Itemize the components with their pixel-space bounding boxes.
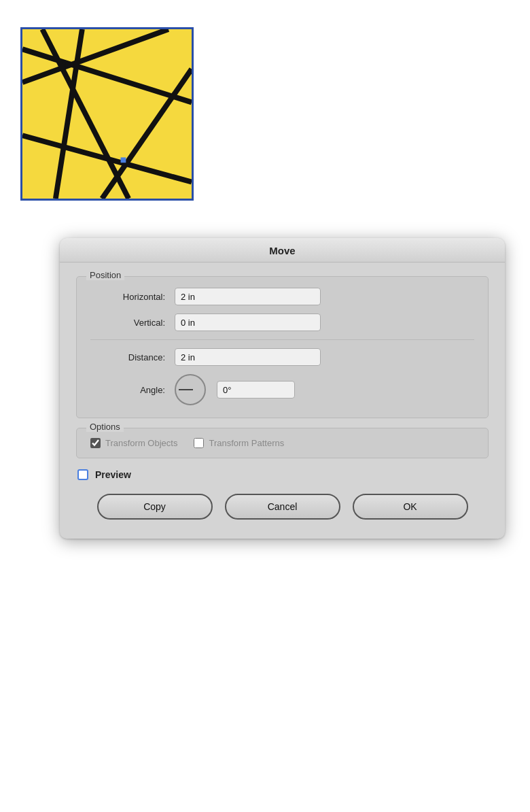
angle-dial[interactable] (175, 374, 206, 405)
transform-patterns-item: Transform Patterns (194, 438, 284, 448)
button-row: Copy Cancel OK (60, 494, 505, 520)
move-dialog: Move Position Horizontal: Vertical: Dist… (60, 238, 505, 539)
options-section: Options Transform Objects Transform Patt… (76, 428, 489, 458)
horizontal-label: Horizontal: (90, 292, 165, 302)
dialog-title: Move (269, 245, 295, 256)
transform-patterns-checkbox[interactable] (194, 438, 204, 448)
distance-input[interactable] (175, 348, 321, 366)
ok-button[interactable]: OK (353, 494, 468, 520)
position-divider (90, 339, 474, 340)
transform-patterns-label: Transform Patterns (209, 438, 284, 448)
preview-checkbox-box[interactable] (77, 469, 88, 480)
dial-indicator (179, 389, 193, 390)
position-section: Position Horizontal: Vertical: Distance:… (76, 276, 489, 418)
vertical-label: Vertical: (90, 318, 165, 328)
vertical-input[interactable] (175, 314, 321, 331)
angle-row: Angle: (90, 374, 474, 405)
svg-rect-7 (121, 157, 126, 163)
vertical-row: Vertical: (90, 314, 474, 331)
transform-objects-label: Transform Objects (105, 438, 177, 448)
copy-button[interactable]: Copy (97, 494, 213, 520)
canvas-preview-area (20, 27, 194, 201)
horizontal-input[interactable] (175, 288, 321, 305)
dialog-titlebar: Move (60, 238, 505, 263)
options-section-label: Options (86, 422, 124, 432)
transform-objects-checkbox[interactable] (90, 438, 101, 448)
cancel-button[interactable]: Cancel (225, 494, 340, 520)
transform-objects-item: Transform Objects (90, 438, 177, 448)
position-section-label: Position (86, 270, 124, 280)
angle-label: Angle: (90, 385, 165, 395)
distance-row: Distance: (90, 348, 474, 366)
canvas-preview (20, 27, 194, 201)
distance-label: Distance: (90, 352, 165, 362)
options-row: Transform Objects Transform Patterns (90, 438, 474, 448)
preview-row: Preview (76, 469, 489, 480)
preview-label: Preview (95, 469, 131, 480)
horizontal-row: Horizontal: (90, 288, 474, 305)
angle-input[interactable] (217, 381, 295, 399)
